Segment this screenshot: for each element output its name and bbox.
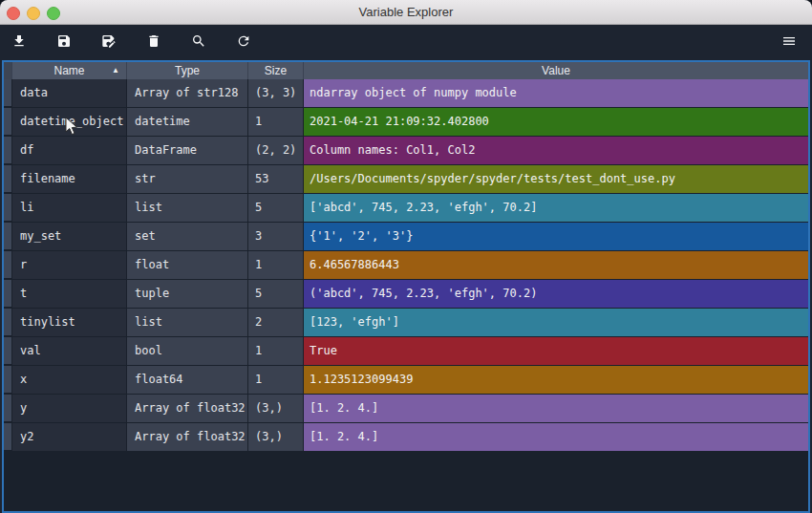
row-header[interactable] bbox=[4, 423, 12, 452]
cell-size[interactable]: 1 bbox=[248, 251, 304, 280]
cell-type[interactable]: set bbox=[127, 223, 248, 251]
row-header[interactable] bbox=[4, 108, 12, 137]
import-data-icon bbox=[11, 33, 27, 52]
cell-value[interactable]: 6.46567886443 bbox=[304, 251, 808, 280]
row-header[interactable] bbox=[4, 309, 12, 337]
trash-icon bbox=[146, 33, 161, 52]
cell-value[interactable]: True bbox=[304, 337, 808, 366]
cell-name[interactable]: data bbox=[12, 79, 127, 108]
cell-size[interactable]: (3,) bbox=[248, 423, 304, 452]
row-header[interactable] bbox=[4, 137, 12, 165]
cell-name[interactable]: df bbox=[12, 137, 127, 165]
cell-type[interactable]: tuple bbox=[127, 280, 248, 309]
cell-value[interactable]: [123, 'efgh'] bbox=[304, 309, 808, 337]
table-corner-button[interactable] bbox=[4, 62, 12, 79]
table-row[interactable]: filename str 53 /Users/Documents/spyder/… bbox=[4, 165, 808, 194]
cell-name[interactable]: li bbox=[12, 194, 127, 223]
column-header-name[interactable]: Name ▲ bbox=[12, 62, 127, 79]
table-row[interactable]: data Array of str128 (3, 3) ndarray obje… bbox=[4, 79, 808, 108]
table-row[interactable]: li list 5 ['abcd', 745, 2.23, 'efgh', 70… bbox=[4, 194, 808, 223]
table-row[interactable]: t tuple 5 ('abcd', 745, 2.23, 'efgh', 70… bbox=[4, 280, 808, 309]
variable-table: Name ▲ Type Size Value data Array of str… bbox=[2, 60, 810, 513]
cell-type[interactable]: Array of str128 bbox=[127, 79, 248, 108]
row-header[interactable] bbox=[4, 395, 12, 423]
table-body: data Array of str128 (3, 3) ndarray obje… bbox=[4, 79, 808, 452]
cell-value[interactable]: ndarray object of numpy module bbox=[304, 79, 808, 108]
import-data-button[interactable] bbox=[8, 32, 31, 54]
table-row[interactable]: x float64 1 1.1235123099439 bbox=[4, 366, 808, 395]
save-data-as-button[interactable] bbox=[97, 32, 120, 54]
cell-name[interactable]: filename bbox=[12, 165, 127, 194]
cell-size[interactable]: 2 bbox=[248, 309, 304, 337]
cell-value[interactable]: ['abcd', 745, 2.23, 'efgh', 70.2] bbox=[304, 194, 808, 223]
cell-size[interactable]: 5 bbox=[248, 194, 304, 223]
cell-size[interactable]: 5 bbox=[248, 280, 304, 309]
cell-size[interactable]: (3, 3) bbox=[248, 79, 304, 108]
cell-type[interactable]: Array of float32 bbox=[127, 395, 248, 423]
save-data-icon bbox=[56, 33, 72, 52]
cell-type[interactable]: float64 bbox=[127, 366, 248, 395]
cell-type[interactable]: datetime bbox=[127, 108, 248, 137]
cell-value[interactable]: Column names: Col1, Col2 bbox=[304, 137, 808, 165]
cell-value[interactable]: 1.1235123099439 bbox=[304, 366, 808, 395]
cell-name[interactable]: r bbox=[12, 251, 127, 280]
cell-name[interactable]: tinylist bbox=[12, 309, 127, 337]
cell-value[interactable]: [1. 2. 4.] bbox=[304, 423, 808, 452]
cell-name[interactable]: y2 bbox=[12, 423, 127, 452]
cell-name[interactable]: y bbox=[12, 395, 127, 423]
cell-value[interactable]: 2021-04-21 21:09:32.402800 bbox=[304, 108, 808, 137]
cell-size[interactable]: 1 bbox=[248, 337, 304, 366]
table-row[interactable]: r float 1 6.46567886443 bbox=[4, 251, 808, 280]
row-header[interactable] bbox=[4, 280, 12, 309]
cell-size[interactable]: 1 bbox=[248, 366, 304, 395]
cell-type[interactable]: DataFrame bbox=[127, 137, 248, 165]
window-title: Variable Explorer bbox=[0, 0, 812, 24]
cell-type[interactable]: bool bbox=[127, 337, 248, 366]
remove-variable-button[interactable] bbox=[142, 32, 165, 54]
cell-size[interactable]: (3,) bbox=[248, 395, 304, 423]
table-header-row: Name ▲ Type Size Value bbox=[4, 62, 808, 79]
cell-value[interactable]: ('abcd', 745, 2.23, 'efgh', 70.2) bbox=[304, 280, 808, 309]
column-header-size-label: Size bbox=[265, 64, 287, 77]
cell-type[interactable]: list bbox=[127, 194, 248, 223]
table-row[interactable]: my_set set 3 {'1', '2', '3'} bbox=[4, 223, 808, 251]
cell-type[interactable]: list bbox=[127, 309, 248, 337]
cell-name[interactable]: my_set bbox=[12, 223, 127, 251]
row-header[interactable] bbox=[4, 366, 12, 395]
cell-type[interactable]: str bbox=[127, 165, 248, 194]
cell-name[interactable]: t bbox=[12, 280, 127, 309]
cell-name[interactable]: val bbox=[12, 337, 127, 366]
cell-value[interactable]: {'1', '2', '3'} bbox=[304, 223, 808, 251]
cell-size[interactable]: 3 bbox=[248, 223, 304, 251]
column-header-value[interactable]: Value bbox=[304, 62, 808, 79]
table-row[interactable]: val bool 1 True bbox=[4, 337, 808, 366]
table-row[interactable]: df DataFrame (2, 2) Column names: Col1, … bbox=[4, 137, 808, 165]
hamburger-menu-icon bbox=[781, 33, 797, 52]
cell-value[interactable]: [1. 2. 4.] bbox=[304, 395, 808, 423]
cell-size[interactable]: (2, 2) bbox=[248, 137, 304, 165]
refresh-button[interactable] bbox=[232, 32, 255, 54]
row-header[interactable] bbox=[4, 251, 12, 280]
cell-type[interactable]: float bbox=[127, 251, 248, 280]
row-header[interactable] bbox=[4, 194, 12, 223]
row-header[interactable] bbox=[4, 223, 12, 251]
row-header[interactable] bbox=[4, 337, 12, 366]
cell-name[interactable]: datetime_object bbox=[12, 108, 127, 137]
column-header-type[interactable]: Type bbox=[127, 62, 248, 79]
save-data-button[interactable] bbox=[53, 32, 75, 54]
row-header[interactable] bbox=[4, 79, 12, 108]
cell-type[interactable]: Array of float32 bbox=[127, 423, 248, 452]
row-header[interactable] bbox=[4, 165, 12, 194]
cell-size[interactable]: 1 bbox=[248, 108, 304, 137]
cell-size[interactable]: 53 bbox=[248, 165, 304, 194]
cell-name[interactable]: x bbox=[12, 366, 127, 395]
table-row[interactable]: tinylist list 2 [123, 'efgh'] bbox=[4, 309, 808, 337]
column-header-size[interactable]: Size bbox=[248, 62, 304, 79]
search-button[interactable] bbox=[187, 32, 210, 54]
table-row[interactable]: datetime_object datetime 1 2021-04-21 21… bbox=[4, 108, 808, 137]
column-header-type-label: Type bbox=[175, 64, 200, 77]
table-row[interactable]: y2 Array of float32 (3,) [1. 2. 4.] bbox=[4, 423, 808, 452]
options-menu-button[interactable] bbox=[778, 32, 801, 54]
table-row[interactable]: y Array of float32 (3,) [1. 2. 4.] bbox=[4, 395, 808, 423]
cell-value[interactable]: /Users/Documents/spyder/spyder/tests/tes… bbox=[304, 165, 808, 194]
